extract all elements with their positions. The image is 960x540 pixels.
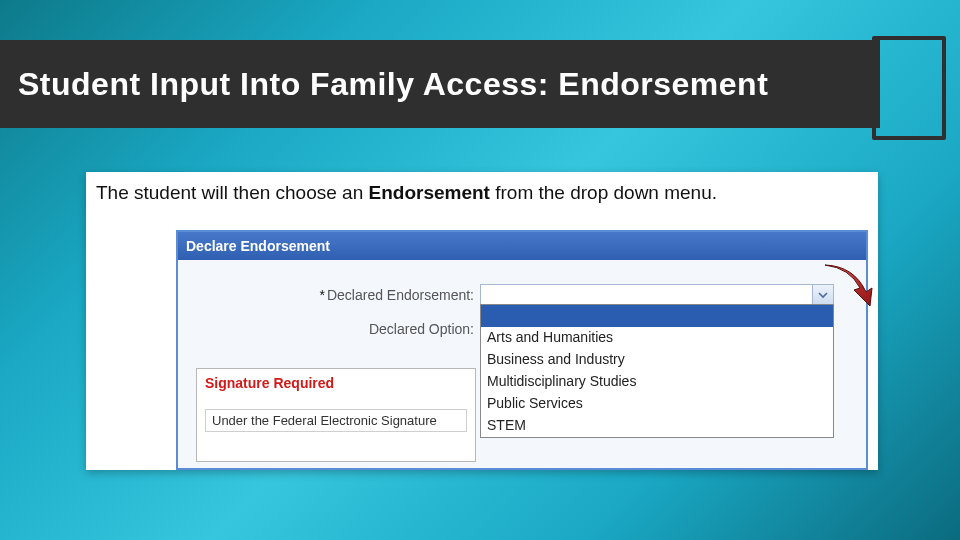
label-declared-option: Declared Option: xyxy=(178,321,480,337)
dropdown-option-public[interactable]: Public Services xyxy=(481,393,833,415)
instruction-prefix: The student will then choose an xyxy=(96,182,369,203)
slide: Student Input Into Family Access: Endors… xyxy=(0,0,960,540)
dropdown-option-stem[interactable]: STEM xyxy=(481,415,833,437)
corner-decoration xyxy=(872,36,946,140)
declare-endorsement-panel: Declare Endorsement *Declared Endorsemen… xyxy=(176,230,868,470)
content-card: The student will then choose an Endorsem… xyxy=(86,172,878,470)
title-bar: Student Input Into Family Access: Endors… xyxy=(0,40,880,128)
chevron-down-icon xyxy=(818,290,828,300)
dropdown-handle[interactable] xyxy=(812,285,833,305)
dropdown-option-multi[interactable]: Multidisciplinary Studies xyxy=(481,371,833,393)
signature-box: Signature Required Under the Federal Ele… xyxy=(196,368,476,462)
dropdown-option-blank[interactable] xyxy=(481,305,833,327)
instruction-bold: Endorsement xyxy=(369,182,490,203)
dropdown-option-arts[interactable]: Arts and Humanities xyxy=(481,327,833,349)
slide-title: Student Input Into Family Access: Endors… xyxy=(18,66,768,103)
signature-title: Signature Required xyxy=(205,375,467,391)
signature-text: Under the Federal Electronic Signature xyxy=(205,409,467,432)
declared-endorsement-dropdown[interactable] xyxy=(480,284,834,306)
panel-header: Declare Endorsement xyxy=(178,232,866,260)
label-declared-endorsement: *Declared Endorsement: xyxy=(178,287,480,303)
instruction-text: The student will then choose an Endorsem… xyxy=(96,182,717,204)
dropdown-options-list: Arts and Humanities Business and Industr… xyxy=(480,304,834,438)
dropdown-option-business[interactable]: Business and Industry xyxy=(481,349,833,371)
instruction-suffix: from the drop down menu. xyxy=(490,182,717,203)
required-asterisk: * xyxy=(319,287,324,303)
